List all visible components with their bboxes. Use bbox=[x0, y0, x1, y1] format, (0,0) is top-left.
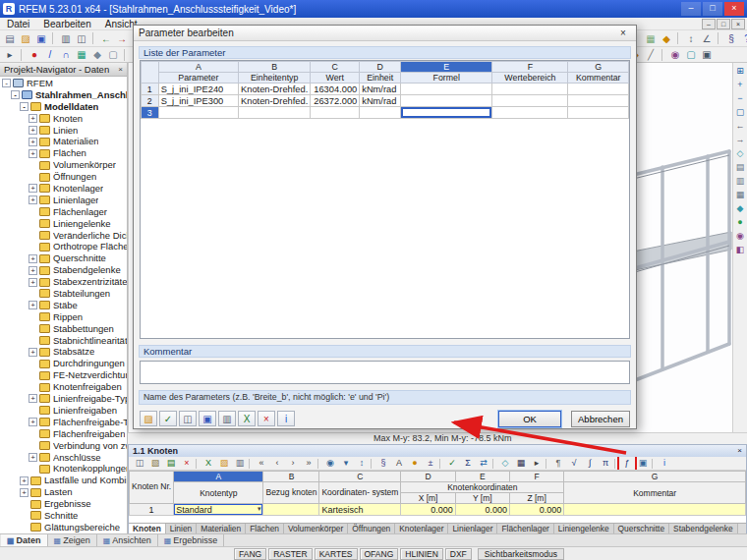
help-icon[interactable]: ? bbox=[739, 31, 747, 46]
parameter-cell[interactable] bbox=[568, 95, 629, 107]
tree-item[interactable]: Öffnungen bbox=[0, 171, 127, 183]
guideline-toggle-icon[interactable]: ╱ bbox=[643, 47, 659, 62]
expander-plus-icon[interactable]: + bbox=[29, 254, 37, 263]
navigator-close-icon[interactable]: × bbox=[118, 63, 123, 76]
column-letter-G[interactable]: G bbox=[564, 472, 746, 482]
expander-plus-icon[interactable]: + bbox=[20, 488, 29, 497]
parameter-cell[interactable] bbox=[401, 107, 492, 119]
grid-toggle-icon[interactable]: ▦ bbox=[643, 31, 659, 46]
excel-export-icon[interactable]: X bbox=[201, 457, 216, 470]
column-subheader[interactable]: Y [m] bbox=[455, 493, 509, 504]
new-file-icon[interactable]: ▤ bbox=[2, 31, 18, 46]
isometric-view-icon[interactable]: ◇ bbox=[733, 147, 747, 160]
insert-row-icon[interactable]: ▤ bbox=[163, 457, 179, 470]
expander-plus-icon[interactable]: + bbox=[29, 266, 37, 275]
copy-row-icon[interactable]: ◫ bbox=[132, 457, 147, 470]
column-letter-B[interactable]: B bbox=[239, 62, 311, 73]
navigator-tab-ergebnisse[interactable]: ▦Ergebnisse bbox=[158, 534, 225, 546]
column-header-parameter[interactable]: Parameter bbox=[158, 73, 238, 84]
tree-item[interactable]: +Flächenfreigabe-Typen bbox=[0, 417, 127, 428]
zoom-out-icon[interactable]: − bbox=[733, 92, 747, 105]
tree-item[interactable]: -Modelldaten bbox=[0, 101, 127, 113]
measure-icon[interactable]: ↕ bbox=[683, 31, 699, 46]
tree-item[interactable]: Schnitte bbox=[0, 510, 127, 522]
column-header-knotentyp[interactable]: Knotentyp bbox=[174, 482, 263, 504]
table-panel-titlebar[interactable]: 1.1 Knoten × bbox=[129, 445, 746, 457]
tree-item[interactable]: Stabbettungen bbox=[0, 323, 127, 335]
check-entries-icon[interactable]: ✓ bbox=[444, 457, 460, 470]
insert-node-icon[interactable]: ● bbox=[27, 47, 42, 62]
expander-minus-icon[interactable]: - bbox=[20, 102, 29, 111]
visibility-mode-box[interactable]: Sichtbarkeitsmodus bbox=[478, 548, 564, 560]
parameter-cell[interactable] bbox=[401, 84, 492, 95]
tree-item[interactable]: +Stabexzentrizitäten bbox=[0, 276, 127, 288]
tree-item[interactable]: Knotenfreigaben bbox=[0, 381, 127, 393]
column-header-bezug-knoten[interactable]: Bezug knoten bbox=[263, 482, 319, 504]
statusbar-toggle-ofang[interactable]: OFANG bbox=[360, 548, 399, 560]
tree-item[interactable]: +Querschnitte bbox=[0, 252, 127, 264]
navigator-tab-ansichten[interactable]: ▦Ansichten bbox=[97, 534, 158, 546]
column-subheader[interactable]: X [m] bbox=[401, 493, 455, 504]
tree-item[interactable]: +Linienfreigabe-Typen bbox=[0, 393, 127, 405]
sort-icon[interactable]: ↕ bbox=[354, 457, 370, 470]
parameter-cell[interactable]: kNm/rad bbox=[360, 95, 401, 107]
zoom-in-icon[interactable]: + bbox=[733, 79, 747, 91]
snap-toggle-icon[interactable]: ◆ bbox=[659, 31, 674, 46]
view-z-icon[interactable]: ▦ bbox=[733, 189, 747, 201]
bezug-knoten-cell[interactable] bbox=[263, 504, 319, 516]
parameter-cell[interactable] bbox=[492, 84, 568, 95]
open-file-icon[interactable]: ▨ bbox=[18, 31, 33, 46]
column-letter-B[interactable]: B bbox=[263, 472, 319, 482]
parameter-cell[interactable]: 26372.000 bbox=[311, 95, 360, 107]
coordinate-cell[interactable]: 0.000 bbox=[455, 504, 509, 516]
table-info-icon[interactable]: i bbox=[657, 457, 672, 470]
save-file-icon[interactable]: ▣ bbox=[33, 31, 49, 46]
coordinate-cell[interactable]: 0.000 bbox=[401, 504, 455, 516]
find-icon[interactable]: ◉ bbox=[322, 457, 338, 470]
column-header-kommentar[interactable]: Kommentar bbox=[568, 73, 629, 84]
column-letter-D[interactable]: D bbox=[360, 62, 401, 73]
coordinate-cell[interactable]: 0.000 bbox=[509, 504, 563, 516]
comment-icon[interactable]: ¶ bbox=[550, 457, 566, 470]
knotentyp-cell[interactable]: Standard▾ bbox=[174, 504, 263, 516]
filter-icon[interactable]: ▾ bbox=[338, 457, 354, 470]
column-header-wert[interactable]: Wert bbox=[311, 73, 360, 84]
expander-plus-icon[interactable]: + bbox=[29, 126, 37, 135]
parameter-cell[interactable] bbox=[239, 107, 311, 119]
expander-plus-icon[interactable]: + bbox=[29, 453, 37, 462]
cancel-button[interactable]: Abbrechen bbox=[571, 411, 630, 427]
import-table-icon[interactable]: ▨ bbox=[216, 457, 232, 470]
info-icon[interactable]: i bbox=[277, 411, 295, 426]
tree-item[interactable]: Orthotrope Flächen un bbox=[0, 241, 127, 252]
formula-icon[interactable]: π bbox=[598, 457, 613, 470]
tree-item[interactable]: +Knoten bbox=[0, 113, 127, 125]
tree-item[interactable]: -Stahlrahmen_Anschlusssteif bbox=[0, 89, 127, 101]
column-letter-C[interactable]: C bbox=[319, 472, 401, 482]
koordinatensystem-cell[interactable]: Kartesisch bbox=[319, 504, 401, 516]
column-letter-F[interactable]: F bbox=[509, 472, 563, 482]
tree-item[interactable]: Rippen bbox=[0, 311, 127, 323]
expander-minus-icon[interactable]: - bbox=[2, 79, 11, 87]
tree-item[interactable]: +Stabendgelenke bbox=[0, 264, 127, 276]
kommentar-cell[interactable] bbox=[564, 504, 746, 516]
column-subheader[interactable]: Z [m] bbox=[509, 493, 563, 504]
zoom-all-icon[interactable]: ▢ bbox=[733, 106, 747, 119]
statusbar-toggle-dxf[interactable]: DXF bbox=[445, 548, 472, 560]
print-parameters-icon[interactable]: ▥ bbox=[218, 411, 236, 426]
dimensioning-icon[interactable]: ∠ bbox=[699, 31, 715, 46]
tree-item[interactable]: +Knotenlager bbox=[0, 183, 127, 195]
tree-item[interactable]: +Anschlüsse bbox=[0, 452, 127, 464]
expander-plus-icon[interactable]: + bbox=[20, 476, 29, 485]
view-y-icon[interactable]: ▥ bbox=[733, 175, 747, 188]
navigator-tab-daten[interactable]: ▦Daten bbox=[1, 534, 48, 546]
tree-item[interactable]: +Flächen bbox=[0, 147, 127, 159]
column-header-formel[interactable]: Formel bbox=[401, 73, 492, 84]
tree-item[interactable]: Flächenlager bbox=[0, 206, 127, 218]
tree-item[interactable]: +Lasten bbox=[0, 486, 127, 498]
tree-item[interactable]: Stabnichtlinearitäten bbox=[0, 335, 127, 347]
column-header-kommentar[interactable]: Kommentar bbox=[564, 482, 746, 504]
render-mode-icon[interactable]: ● bbox=[733, 216, 747, 229]
tree-item[interactable]: +Linienlager bbox=[0, 195, 127, 206]
column-letter-C[interactable]: C bbox=[311, 62, 360, 73]
parameter-cell[interactable]: kNm/rad bbox=[360, 84, 401, 95]
